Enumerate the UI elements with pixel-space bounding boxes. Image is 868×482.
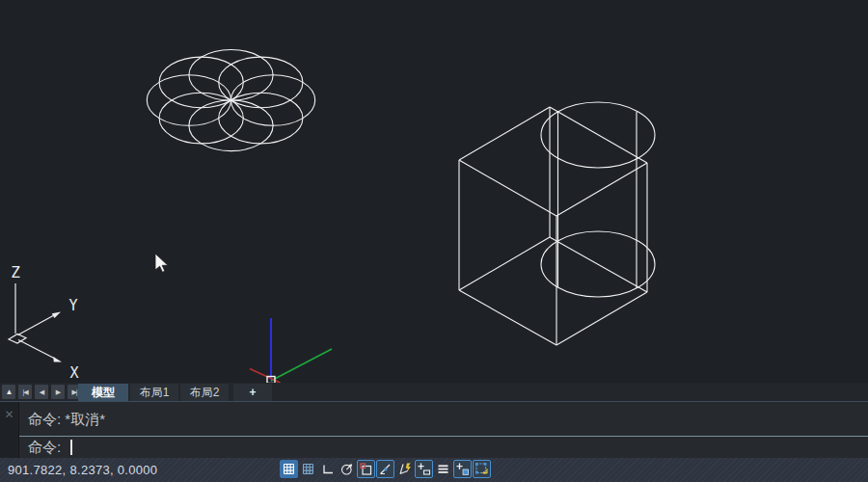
lineweight-display-button[interactable] — [434, 460, 452, 478]
cad-application-window: Z Y X ▲ |◀ ◀ ▶ ▶| 模型 — [0, 0, 868, 482]
dynamic-input-button[interactable] — [415, 460, 433, 478]
tab-model[interactable]: 模型 — [78, 384, 128, 401]
dynamic-ucs-icon — [397, 462, 412, 476]
lineweight-icon — [436, 462, 450, 476]
pointer-cursor — [155, 254, 168, 272]
ortho-mode-button[interactable] — [318, 460, 337, 478]
layout-tab-bar: ▲ |◀ ◀ ▶ ▶| 模型 布局1 布局2 + — [0, 383, 868, 401]
command-history-line: 命令: *取消* — [20, 402, 868, 436]
selection-cycling-icon — [455, 462, 470, 476]
origin-tripod — [250, 318, 332, 383]
snap-mode-button[interactable] — [299, 460, 317, 478]
command-panel-gutter: ✕ — [0, 402, 19, 458]
object-snap-icon — [359, 462, 373, 476]
tab-nav-buttons: ▲ |◀ ◀ ▶ ▶| — [0, 383, 81, 399]
box-wireframe — [459, 107, 647, 345]
circle-rosette-wireframe — [147, 50, 314, 151]
command-input[interactable]: 命令: — [20, 437, 868, 458]
coordinates-readout[interactable]: 901.7822, 8.2373, 0.0000 — [8, 458, 157, 482]
snap-tracking-icon — [378, 462, 393, 476]
dynamic-ucs-button[interactable] — [395, 460, 414, 478]
object-snap-button[interactable] — [357, 460, 375, 478]
first-tab-button[interactable]: |◀ — [18, 385, 32, 399]
ortho-icon — [320, 462, 335, 476]
status-toggle-buttons — [280, 460, 491, 478]
ucs-z-label: Z — [11, 263, 20, 281]
status-bar: 901.7822, 8.2373, 0.0000 — [0, 458, 868, 482]
ucs-y-label: Y — [68, 297, 77, 314]
annotation-monitor-icon — [475, 462, 489, 476]
grid-icon — [282, 462, 296, 476]
polar-tracking-icon — [339, 462, 354, 476]
cylinder-wireframe — [541, 102, 655, 297]
tab-new-layout[interactable]: + — [233, 384, 272, 401]
snap-grid-icon — [301, 462, 315, 476]
command-prompt-label: 命令: — [28, 437, 61, 458]
text-caret — [70, 440, 72, 455]
ucs-axis-icon: Z Y X — [9, 263, 79, 382]
close-icon[interactable]: ✕ — [0, 402, 18, 421]
tab-layout2[interactable]: 布局2 — [180, 384, 229, 401]
tab-layout1[interactable]: 布局1 — [130, 384, 178, 401]
grid-display-button[interactable] — [280, 460, 298, 478]
object-snap-tracking-button[interactable] — [376, 460, 394, 478]
selection-cycling-button[interactable] — [453, 460, 472, 478]
prev-tab-button[interactable]: ◀ — [35, 385, 48, 399]
ucs-x-label: X — [69, 364, 78, 382]
annotation-monitor-button[interactable] — [473, 460, 491, 478]
layout-tabs: 模型 布局1 布局2 + — [78, 383, 272, 401]
dynamic-input-icon — [417, 462, 431, 476]
expand-tabs-button[interactable]: ▲ — [2, 385, 15, 399]
polar-tracking-button[interactable] — [338, 460, 356, 478]
next-tab-button[interactable]: ▶ — [51, 385, 65, 399]
command-line-panel: ✕ 命令: *取消* 命令: — [0, 401, 868, 458]
drawing-viewport[interactable]: Z Y X — [0, 0, 868, 383]
